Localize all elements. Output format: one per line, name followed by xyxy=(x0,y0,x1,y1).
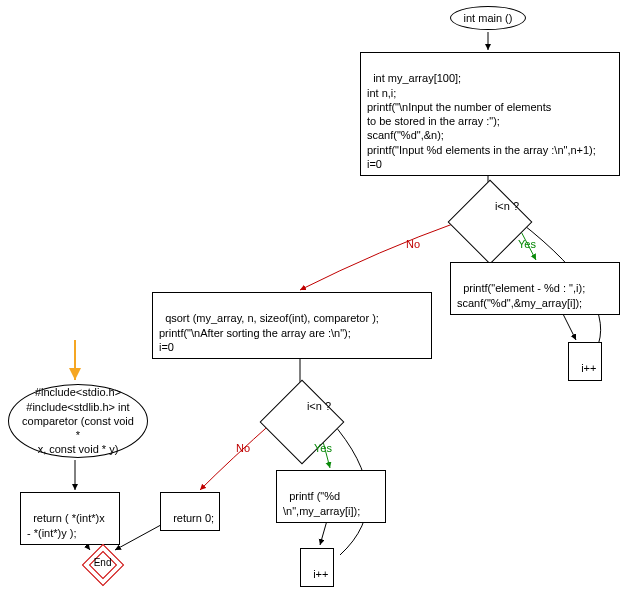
loop1-body-text: printf("element - %d : ",i); scanf("%d",… xyxy=(457,282,585,308)
loop2-condition-label: i<n ? xyxy=(289,400,349,412)
loop1-condition-diamond: i<n ? xyxy=(448,180,533,265)
loop2-increment-text: i++ xyxy=(313,568,328,580)
loop1-condition-label: i<n ? xyxy=(477,200,537,212)
end-label: End xyxy=(94,557,112,568)
qsort-block-text: qsort (my_array, n, sizeof(int), compare… xyxy=(159,312,379,353)
loop2-yes-label: Yes xyxy=(314,442,332,454)
include-comparator-ellipse: #include<stdio.h> #include<stdlib.h> int… xyxy=(8,384,148,458)
loop1-no-label: No xyxy=(406,238,420,250)
return-comparator-block: return ( *(int*)x - *(int*)y ); xyxy=(20,492,120,545)
loop2-body-text: printf ("%d \n",my_array[i]); xyxy=(283,490,360,516)
loop1-body-block: printf("element - %d : ",i); scanf("%d",… xyxy=(450,262,620,315)
return-zero-block: return 0; xyxy=(160,492,220,531)
start-main-label: int main () xyxy=(464,11,513,25)
return-zero-text: return 0; xyxy=(173,512,214,524)
init-block-text: int my_array[100]; int n,i; printf("\nIn… xyxy=(367,72,596,170)
loop1-increment-text: i++ xyxy=(581,362,596,374)
loop2-no-label: No xyxy=(236,442,250,454)
include-comparator-text: #include<stdio.h> #include<stdlib.h> int… xyxy=(19,385,137,456)
qsort-block: qsort (my_array, n, sizeof(int), compare… xyxy=(152,292,432,359)
start-main-ellipse: int main () xyxy=(450,6,526,30)
loop1-increment-block: i++ xyxy=(568,342,602,381)
loop2-body-block: printf ("%d \n",my_array[i]); xyxy=(276,470,386,523)
loop1-yes-label: Yes xyxy=(518,238,536,250)
end-terminator: End xyxy=(82,544,124,586)
return-comparator-text: return ( *(int*)x - *(int*)y ); xyxy=(27,512,105,538)
loop2-increment-block: i++ xyxy=(300,548,334,587)
init-block: int my_array[100]; int n,i; printf("\nIn… xyxy=(360,52,620,176)
